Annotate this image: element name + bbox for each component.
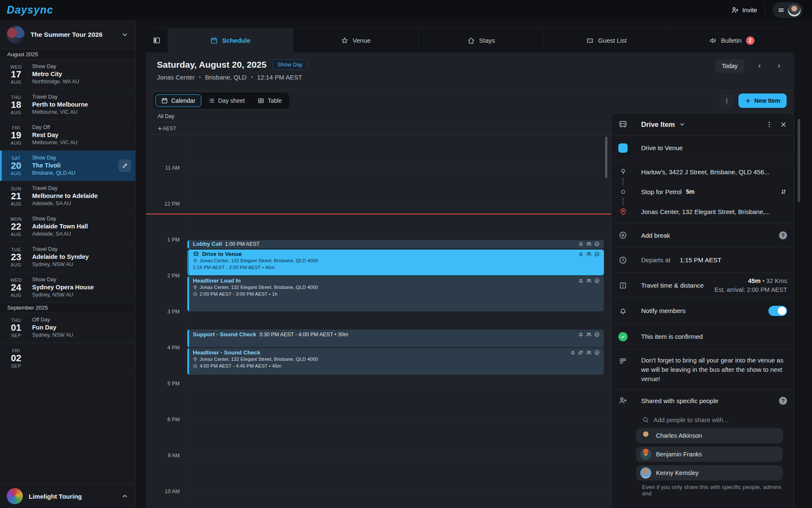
day-num: 22 bbox=[5, 222, 27, 232]
new-item-button[interactable]: New Item bbox=[738, 93, 787, 108]
invite-button[interactable]: Invite bbox=[731, 6, 757, 14]
day-location: Adelaide, SA AU bbox=[32, 231, 131, 238]
day-title: Sydney Opera House bbox=[32, 283, 131, 291]
next-day-button[interactable] bbox=[775, 62, 783, 70]
more-options-button[interactable] bbox=[720, 93, 734, 108]
notify-toggle[interactable] bbox=[768, 306, 787, 316]
view-day-sheet-button[interactable]: Day sheet bbox=[202, 94, 251, 107]
event-headliner-load-in[interactable]: Headliner Load In Jonas Center, 132 Eleg… bbox=[187, 276, 604, 311]
day-item-aug20-selected[interactable]: SAT20AUG Show DayThe TivoliBrisbane, QLD… bbox=[0, 151, 135, 181]
route-connector bbox=[618, 198, 628, 205]
travel-distance: • 32 Kms bbox=[763, 277, 787, 284]
route-end-address: Jonas Center, 132 Elegant Street, Brisba… bbox=[641, 208, 770, 215]
topbar-divider bbox=[765, 5, 765, 16]
day-dow: TUE bbox=[5, 247, 27, 252]
view-table-button[interactable]: Table bbox=[252, 94, 288, 107]
day-item-aug19[interactable]: FRI19AUG Day OffRest DayMelbourne, VIC A… bbox=[0, 120, 135, 151]
event-drive-to-venue[interactable]: Drive to Venue Jonas Center, 132 Elegant… bbox=[187, 250, 604, 275]
day-item-aug17[interactable]: WED17AUG Show DayMetro CityNorthbridge, … bbox=[0, 59, 135, 90]
panel-close-icon[interactable] bbox=[780, 121, 787, 128]
confirmed-icon bbox=[594, 332, 600, 337]
event-headliner-sound-check[interactable]: Headliner - Sound Check Jonas Center, 13… bbox=[187, 348, 604, 375]
day-item-aug22[interactable]: MON22AUG Show DayAdelaide Town HallAdela… bbox=[0, 211, 135, 242]
route-connector bbox=[618, 178, 628, 185]
day-title: Fun Day bbox=[32, 324, 131, 332]
add-break-row[interactable]: Add break ? bbox=[612, 223, 794, 247]
share-search[interactable]: Add people to share with... bbox=[618, 411, 787, 428]
pin-icon bbox=[193, 357, 198, 362]
today-button[interactable]: Today bbox=[715, 59, 744, 73]
calendar-scrollbar[interactable] bbox=[605, 137, 607, 178]
add-event-icon[interactable] bbox=[157, 126, 163, 132]
note-icon bbox=[619, 357, 627, 365]
day-item-aug24[interactable]: WED24AUG Show DaySydney Opera HouseSydne… bbox=[0, 272, 135, 303]
tab-label: Guest List bbox=[598, 37, 627, 44]
day-num: 19 bbox=[5, 130, 27, 140]
route-stop[interactable]: Stop for Petrol 5m bbox=[618, 185, 787, 198]
current-time: 12:14 PM AEST bbox=[257, 74, 302, 81]
tab-venue[interactable]: Venue bbox=[293, 28, 418, 52]
route-end[interactable]: Jonas Center, 132 Elegant Street, Brisba… bbox=[618, 205, 787, 218]
event-time: 3:30 PM AEST - 4:00 PM AEST • 30m bbox=[259, 332, 348, 338]
show-day-badge[interactable]: Show Day bbox=[272, 59, 307, 70]
org-switcher[interactable]: Limelight Touring bbox=[0, 484, 135, 508]
day-title: Perth to Melbourne bbox=[32, 101, 131, 109]
view-calendar-button[interactable]: Calendar bbox=[155, 94, 201, 107]
members-icon bbox=[586, 332, 592, 337]
confirmed-row[interactable]: This item is confirmed bbox=[612, 324, 794, 350]
day-item-sep02[interactable]: FRI02SEP bbox=[0, 343, 135, 373]
tab-stays[interactable]: Stays bbox=[419, 28, 544, 52]
day-item-sep01[interactable]: THU01SEP Off DayFun DaySydney, NSW AU bbox=[0, 313, 135, 343]
tab-bulletin[interactable]: Bulletin 2 bbox=[669, 28, 794, 52]
tab-schedule[interactable]: Schedule bbox=[168, 28, 293, 52]
sidebar: The Summer Tour 2026 August 2025 WED17AU… bbox=[0, 20, 136, 508]
tour-switcher[interactable]: The Summer Tour 2026 bbox=[0, 20, 135, 49]
hour-label: 12 PM bbox=[146, 201, 180, 207]
event-lobby-call[interactable]: Lobby Call 1:00 PM AEST bbox=[187, 240, 604, 249]
edit-day-button[interactable] bbox=[118, 159, 131, 172]
notes-row[interactable]: Don't forget to bring all your gear into… bbox=[612, 350, 794, 390]
org-avatar bbox=[7, 488, 23, 504]
shared-person-charles[interactable]: Charles Atkinson bbox=[636, 428, 783, 443]
day-dow: SAT bbox=[5, 156, 27, 161]
tab-guest-list[interactable]: Guest List bbox=[544, 28, 669, 52]
help-icon[interactable]: ? bbox=[779, 231, 787, 239]
event-title: Support - Sound Check bbox=[193, 331, 256, 338]
person-name: Benjamin Franks bbox=[656, 451, 702, 458]
sidebar-toggle-button[interactable] bbox=[146, 28, 168, 52]
day-mon: AUG bbox=[5, 171, 27, 176]
separator-dot: • bbox=[199, 74, 201, 80]
day-item-aug23[interactable]: TUE23AUG Travel DayAdelaide to SyndeySyd… bbox=[0, 242, 135, 272]
page-scrollbar[interactable] bbox=[798, 119, 800, 202]
day-title: Adelaide Town Hall bbox=[32, 222, 131, 231]
day-location: Sydney, NSW AU bbox=[32, 261, 131, 268]
color-swatch[interactable] bbox=[618, 143, 628, 153]
help-icon[interactable]: ? bbox=[779, 397, 787, 405]
house-icon bbox=[467, 37, 475, 44]
day-item-aug18[interactable]: THU18AUG Travel DayPerth to MelbourneMel… bbox=[0, 90, 135, 120]
attachment-icon bbox=[578, 350, 584, 355]
month-header: September 2025 bbox=[0, 303, 135, 313]
account-menu[interactable] bbox=[773, 2, 803, 18]
departs-row[interactable]: Departs at 1:15 PM AEST bbox=[612, 247, 794, 273]
panel-kebab-icon[interactable] bbox=[765, 121, 773, 128]
event-support-sound-check[interactable]: Support - Sound Check 3:30 PM AEST - 4:0… bbox=[187, 330, 604, 347]
day-tag: Travel Day bbox=[32, 185, 131, 192]
month-header: August 2025 bbox=[0, 49, 135, 59]
route-start[interactable]: Harlow's, 3422 J Street, Brisbane, QLD 4… bbox=[618, 165, 787, 178]
prev-day-button[interactable] bbox=[755, 62, 764, 70]
day-item-aug21[interactable]: SUN21AUG Travel DayMelbourne to Adelaide… bbox=[0, 181, 135, 211]
main-area: Schedule Venue Stays Guest List Bulletin… bbox=[136, 20, 812, 508]
shared-person-kenny[interactable]: Kenny Kemsley bbox=[636, 465, 783, 481]
day-tag: Show Day bbox=[32, 63, 131, 70]
bus-icon bbox=[193, 251, 199, 257]
departs-label: Departs at bbox=[641, 256, 670, 264]
travel-label: Travel time & distance bbox=[641, 282, 704, 289]
chevron-down-icon[interactable] bbox=[679, 121, 686, 128]
reorder-icon[interactable] bbox=[780, 188, 787, 195]
panel-header: Drive Item bbox=[612, 113, 794, 136]
clock-icon bbox=[193, 364, 198, 368]
confirmed-label: This item is confirmed bbox=[641, 333, 703, 340]
shared-person-benjamin[interactable]: Benjamin Franks bbox=[636, 447, 783, 462]
day-mon: AUG bbox=[5, 140, 27, 146]
